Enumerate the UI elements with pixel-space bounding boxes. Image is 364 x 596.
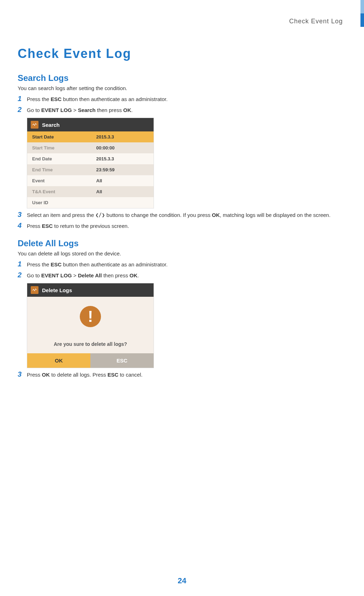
row-label: User ID bbox=[32, 200, 96, 205]
intro-delete-logs: You can delete all logs stored on the de… bbox=[18, 250, 343, 256]
table-row[interactable]: EventAll bbox=[27, 175, 154, 186]
page-title: Check Event Log bbox=[18, 46, 343, 61]
step-number: 1 bbox=[18, 260, 27, 268]
row-value: All bbox=[96, 178, 149, 183]
log-icon bbox=[31, 121, 38, 129]
ok-button[interactable]: OK bbox=[27, 353, 90, 368]
heading-delete-logs: Delete All Logs bbox=[18, 238, 343, 248]
screenshot-header: Delete Logs bbox=[27, 283, 154, 297]
step-1: 1 Press the ESC button then authenticate… bbox=[18, 260, 343, 269]
page-number: 24 bbox=[0, 576, 364, 585]
step-2: 2 Go to EVENT LOG > Delete All then pres… bbox=[18, 271, 343, 280]
step-number: 2 bbox=[18, 106, 27, 113]
esc-button[interactable]: ESC bbox=[90, 353, 154, 368]
running-header: Check Event Log bbox=[18, 18, 343, 25]
table-row[interactable]: End Date2015.3.3 bbox=[27, 153, 154, 164]
step-3: 3 Select an item and press the ❮/❯ butto… bbox=[18, 211, 343, 219]
row-label: Event bbox=[32, 178, 96, 183]
row-label: Start Date bbox=[32, 134, 96, 140]
table-row[interactable]: User ID bbox=[27, 197, 154, 208]
step-text: Select an item and press the ❮/❯ buttons… bbox=[27, 211, 330, 219]
dialog-body: ! Are you sure to delete all logs? bbox=[27, 297, 154, 353]
screenshot-rows: Start Date2015.3.3Start Time00:00:00End … bbox=[27, 131, 154, 208]
step-text: Press the ESC button then authenticate a… bbox=[27, 95, 168, 104]
steps-delete: 1 Press the ESC button then authenticate… bbox=[18, 260, 343, 279]
row-value: 2015.3.3 bbox=[96, 156, 149, 161]
step-number: 3 bbox=[18, 211, 27, 218]
table-row[interactable]: Start Time00:00:00 bbox=[27, 142, 154, 153]
step-1: 1 Press the ESC button then authenticate… bbox=[18, 95, 343, 104]
row-label: T&A Event bbox=[32, 189, 96, 194]
row-label: End Time bbox=[32, 167, 96, 172]
warning-icon: ! bbox=[80, 306, 101, 327]
step-4: 4 Press ESC to return to the previous sc… bbox=[18, 222, 343, 230]
left-right-arrows-icon: ❮/❯ bbox=[95, 212, 105, 218]
table-row[interactable]: Start Date2015.3.3 bbox=[27, 131, 154, 142]
row-value: 2015.3.3 bbox=[96, 134, 149, 140]
row-value bbox=[96, 200, 149, 205]
step-text: Press OK to delete all logs. Press ESC t… bbox=[27, 370, 143, 379]
step-number: 1 bbox=[18, 95, 27, 102]
page-side-tabs bbox=[360, 0, 364, 27]
steps-search: 1 Press the ESC button then authenticate… bbox=[18, 95, 343, 114]
step-3: 3 Press OK to delete all logs. Press ESC… bbox=[18, 370, 343, 379]
tab-marker-light bbox=[360, 0, 364, 13]
row-value: All bbox=[96, 189, 149, 194]
step-number: 4 bbox=[18, 222, 27, 229]
screenshot-title: Search bbox=[42, 122, 60, 128]
screenshot-title: Delete Logs bbox=[42, 287, 72, 293]
screenshot-delete-dialog: Delete Logs ! Are you sure to delete all… bbox=[27, 283, 154, 368]
step-number: 2 bbox=[18, 271, 27, 279]
row-value: 00:00:00 bbox=[96, 145, 149, 151]
steps-search-cont: 3 Select an item and press the ❮/❯ butto… bbox=[18, 211, 343, 230]
row-value: 23:59:59 bbox=[96, 167, 149, 172]
row-label: Start Time bbox=[32, 145, 96, 151]
steps-delete-cont: 3 Press OK to delete all logs. Press ESC… bbox=[18, 370, 343, 379]
dialog-message: Are you sure to delete all logs? bbox=[34, 341, 147, 347]
step-text: Go to EVENT LOG > Search then press OK. bbox=[27, 106, 133, 114]
log-icon bbox=[31, 286, 38, 294]
step-2: 2 Go to EVENT LOG > Search then press OK… bbox=[18, 106, 343, 114]
intro-search-logs: You can search logs after setting the co… bbox=[18, 85, 343, 91]
table-row[interactable]: T&A EventAll bbox=[27, 186, 154, 197]
step-text: Press ESC to return to the previous scre… bbox=[27, 222, 129, 230]
heading-search-logs: Search Logs bbox=[18, 73, 343, 83]
table-row[interactable]: End Time23:59:59 bbox=[27, 164, 154, 175]
screenshot-search: Search Start Date2015.3.3Start Time00:00… bbox=[27, 118, 154, 208]
step-text: Press the ESC button then authenticate a… bbox=[27, 260, 168, 269]
screenshot-header: Search bbox=[27, 118, 154, 131]
tab-marker-dark bbox=[360, 13, 364, 27]
step-number: 3 bbox=[18, 370, 27, 378]
row-label: End Date bbox=[32, 156, 96, 161]
step-text: Go to EVENT LOG > Delete All then press … bbox=[27, 271, 139, 280]
